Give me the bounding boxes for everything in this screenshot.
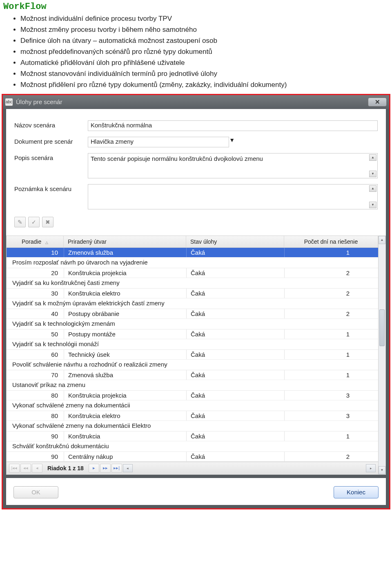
table-row[interactable]: 80Konštrukcia projekciaČaká3Vykonať schv…: [7, 391, 378, 411]
select-dokument[interactable]: Hlavička zmeny: [88, 137, 229, 147]
cell-dni: 2: [284, 268, 378, 278]
spin-up-icon[interactable]: ▲: [369, 154, 376, 161]
dropdown-icon[interactable]: ▼: [229, 137, 235, 147]
cell-poradie: 40: [7, 309, 64, 318]
dialog-footer: OK Koniec: [6, 478, 386, 505]
table-row[interactable]: 70Zmenová službaČaká1Ustanoviť príkaz na…: [7, 370, 378, 391]
cell-poradie: 90: [7, 431, 64, 441]
cell-dni: 3: [284, 391, 378, 400]
confirm-button[interactable]: ✓: [28, 217, 40, 227]
cell-utvar: Centrálny nákup: [64, 452, 186, 461]
table-row[interactable]: 90Centrálny nákupČaká2: [7, 452, 378, 462]
cell-utvar: Zmenová služba: [64, 370, 186, 380]
cell-stav: Čaká: [186, 350, 284, 359]
nav-prev-button[interactable]: ◂: [32, 464, 42, 473]
input-nazov[interactable]: Konštrukčná normálna: [88, 120, 378, 131]
nav-next-button[interactable]: ▸: [89, 464, 99, 473]
vertical-scrollbar[interactable]: ▲ ▼: [378, 236, 385, 474]
cell-stav: Čaká: [186, 391, 284, 400]
koniec-button[interactable]: Koniec: [334, 486, 379, 498]
cell-dni: 2: [284, 289, 378, 298]
cell-stav: Čaká: [186, 248, 284, 257]
app-window: abc Úlohy pre scenár ✕ Názov scenára Kon…: [2, 94, 390, 509]
row-description: Vyjadriť sa k technológii monáží: [7, 339, 378, 349]
cell-poradie: 70: [7, 370, 64, 380]
feature-bullets: Možnost individuální definice procesu tv…: [20, 14, 392, 90]
grid-body: 10Zmenová službaČaká1Prosím rozposlať ná…: [7, 248, 378, 462]
cell-utvar: Konštrukcia elektro: [64, 289, 186, 298]
col-header-stav[interactable]: Stav úlohy: [186, 236, 284, 247]
row-description: Schváliť konštrukčnú dokumentáciu: [7, 441, 378, 451]
cell-dni: 1: [284, 329, 378, 339]
feature-bullet: Možnost přidělení pro různé typy dokumen…: [20, 80, 392, 90]
cell-utvar: Konštrukcia projekcia: [64, 391, 186, 400]
check-icon: ✓: [31, 219, 36, 225]
table-row[interactable]: 90KonštrukciaČaká1Schváliť konštrukčnú d…: [7, 431, 378, 452]
cell-utvar: Technický úsek: [64, 350, 186, 359]
nav-first-button[interactable]: |◂◂: [9, 464, 20, 473]
hscroll-left-button[interactable]: ◂: [123, 464, 133, 472]
textarea-popis-value: Tento scenár popisuje normálnu konštrukč…: [91, 155, 263, 162]
ok-button[interactable]: OK: [13, 486, 58, 498]
label-popis: Popis scenára: [14, 153, 88, 161]
spin-down-icon[interactable]: ▼: [369, 171, 376, 177]
cell-utvar: Postupy montáže: [64, 329, 186, 339]
scroll-up-icon[interactable]: ▲: [379, 236, 385, 244]
delete-icon: ✖: [45, 219, 50, 225]
spin-up-icon[interactable]: ▲: [369, 185, 376, 192]
table-row[interactable]: 30Konštrukcia elektroČaká2Vyjadriť sa k …: [7, 289, 378, 309]
nav-prevpage-button[interactable]: ◂◂: [20, 464, 31, 473]
cell-stav: Čaká: [186, 289, 284, 298]
row-description: Vyjadriť sa k technologickým zmenám: [7, 318, 378, 329]
row-description: Vyjadriť sa ku konštrukčnej časti zmeny: [7, 278, 378, 288]
label-dokument: Dokument pre scenár: [14, 137, 88, 145]
form-area: Názov scenára Konštrukčná normálna Dokum…: [6, 109, 386, 236]
scroll-down-icon[interactable]: ▼: [379, 466, 385, 474]
col-header-utvar[interactable]: Priradený útvar: [64, 236, 186, 247]
cell-dni: 1: [284, 370, 378, 380]
nav-last-button[interactable]: ▸▸|: [111, 464, 122, 473]
row-description: Vyjadriť sa k možným úpravám elektrickýc…: [7, 298, 378, 309]
col-header-poradie[interactable]: Poradie △: [7, 236, 64, 247]
feature-bullet: možnost předdefinovaných scénářů pro růz…: [20, 47, 392, 57]
table-row[interactable]: 60Technický úsekČaká1Povoliť schválenie …: [7, 350, 378, 370]
delete-button[interactable]: ✖: [42, 217, 53, 227]
close-button[interactable]: ✕: [368, 98, 387, 107]
cell-poradie: 80: [7, 411, 64, 420]
feature-bullet: Možnost změny procesu tvorby i během něh…: [20, 25, 392, 35]
nav-position-label: Riadok 1 z 18: [43, 465, 88, 471]
edit-icon: ✎: [18, 219, 22, 225]
cell-poradie: 10: [7, 248, 64, 257]
table-row[interactable]: 50Postupy montážeČaká1Vyjadriť sa k tech…: [7, 329, 378, 350]
cell-stav: Čaká: [186, 452, 284, 461]
spin-down-icon[interactable]: ▼: [369, 202, 376, 208]
table-row[interactable]: 10Zmenová službaČaká1Prosím rozposlať ná…: [7, 248, 378, 268]
nav-nextpage-button[interactable]: ▸▸: [100, 464, 111, 473]
table-row[interactable]: 80Konštrukcia elektroČaká3Vykonať schvál…: [7, 411, 378, 431]
close-icon: ✕: [375, 98, 380, 106]
edit-button[interactable]: ✎: [14, 217, 26, 227]
row-description: Vykonať schválené zmeny na dokumentácii …: [7, 420, 378, 431]
col-header-dni[interactable]: Počet dní na riešenie: [284, 236, 378, 247]
cell-stav: Čaká: [186, 411, 284, 420]
grid-toolbar: ✎ ✓ ✖: [14, 215, 378, 231]
cell-utvar: Postupy obrábanie: [64, 309, 186, 318]
textarea-popis[interactable]: Tento scenár popisuje normálnu konštrukč…: [88, 153, 378, 178]
feature-bullet: Možnost individuální definice procesu tv…: [20, 14, 392, 24]
cell-dni: 3: [284, 411, 378, 420]
cell-poradie: 90: [7, 452, 64, 461]
label-nazov: Názov scenára: [14, 120, 88, 129]
textarea-poznamka[interactable]: ▲ ▼: [88, 184, 378, 209]
hscroll-right-button[interactable]: ▸: [366, 464, 376, 472]
table-row[interactable]: 40Postupy obrábanieČaká2Vyjadriť sa k te…: [7, 309, 378, 329]
table-row[interactable]: 20Konštrukcia projekciaČaká2Vyjadriť sa …: [7, 268, 378, 289]
window-title: Úlohy pre scenár: [16, 98, 368, 105]
grid-navbar: |◂◂ ◂◂ ◂ Riadok 1 z 18 ▸ ▸▸ ▸▸| ◂ ▸: [7, 462, 378, 474]
cell-utvar: Konštrukcia: [64, 431, 186, 441]
scroll-thumb[interactable]: [379, 309, 385, 346]
cell-poradie: 80: [7, 391, 64, 400]
cell-poradie: 50: [7, 329, 64, 339]
cell-dni: 2: [284, 452, 378, 461]
cell-poradie: 20: [7, 268, 64, 278]
cell-stav: Čaká: [186, 431, 284, 441]
